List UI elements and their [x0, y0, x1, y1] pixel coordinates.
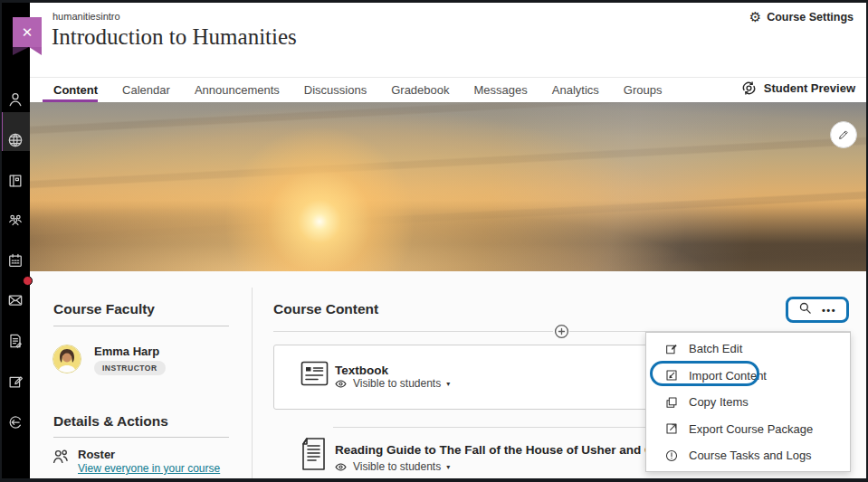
sidebar-item-grades[interactable] — [0, 323, 30, 359]
content-tools-highlight: ••• — [786, 297, 849, 323]
tasks-and-logs-icon — [664, 449, 679, 463]
content-item-title[interactable]: Reading Guide to The Fall of the House o… — [335, 443, 646, 457]
app-window: ✕ humanitiesintro Introduction to Humani… — [0, 0, 868, 482]
add-content-button[interactable] — [553, 323, 569, 339]
details-actions-heading: Details & Actions — [53, 413, 168, 430]
instructor-role-badge: INSTRUCTOR — [94, 361, 166, 375]
sidebar-item-profile[interactable] — [0, 81, 30, 118]
course-settings-label: Course Settings — [767, 11, 854, 24]
plus-circle-icon — [554, 324, 569, 339]
grades-icon — [6, 332, 24, 350]
unread-messages-badge — [23, 276, 33, 286]
search-button[interactable] — [798, 301, 812, 318]
tab-gradebook[interactable]: Gradebook — [391, 83, 449, 97]
eye-icon — [334, 462, 348, 472]
textbook-icon — [300, 361, 329, 387]
roster-link[interactable]: View everyone in your course — [78, 462, 220, 475]
globe-icon — [6, 131, 24, 149]
menu-item-batch-edit[interactable]: Batch Edit — [646, 336, 850, 363]
profile-icon — [6, 90, 24, 109]
avatar-image — [53, 345, 81, 373]
tab-content[interactable]: Content — [53, 83, 98, 97]
import-content-icon — [664, 368, 679, 383]
content-options-menu: Batch Edit Import Content Copy Items Exp… — [645, 332, 851, 472]
visibility-label: Visible to students — [353, 377, 441, 390]
menu-item-label: Copy Items — [689, 395, 749, 409]
sidebar-item-tools[interactable] — [0, 364, 30, 400]
menu-item-label: Course Tasks and Logs — [689, 449, 812, 462]
faculty-divider — [53, 326, 229, 326]
ribbon-tail — [29, 47, 42, 55]
visibility-dropdown[interactable]: Visible to students ▾ — [334, 377, 450, 390]
gear-icon: ⚙ — [749, 10, 761, 24]
menu-item-copy-items[interactable]: Copy Items — [646, 389, 850, 416]
window-border — [0, 0, 868, 3]
visibility-dropdown[interactable]: Visible to students ▾ — [334, 460, 450, 473]
tab-messages[interactable]: Messages — [474, 83, 528, 97]
menu-item-label: Batch Edit — [689, 342, 742, 355]
chevron-down-icon: ▾ — [446, 463, 450, 471]
sidebar-item-calendar[interactable] — [0, 242, 30, 279]
roster-people-icon — [51, 447, 71, 470]
menu-item-label: Import Content — [689, 369, 767, 383]
menu-item-import-content[interactable]: Import Content — [646, 363, 850, 390]
close-course-button[interactable]: ✕ — [13, 17, 42, 47]
course-banner-image — [30, 102, 868, 271]
column-divider — [252, 288, 253, 482]
envelope-icon — [6, 291, 24, 309]
course-tab-bar: Content Calendar Announcements Discussio… — [53, 78, 662, 102]
student-preview-button[interactable]: Student Preview — [740, 80, 855, 97]
student-preview-icon — [740, 80, 758, 97]
edit-banner-button[interactable] — [830, 121, 857, 148]
close-icon: ✕ — [22, 24, 33, 41]
tab-calendar[interactable]: Calendar — [122, 83, 170, 97]
pencil-icon — [837, 128, 850, 141]
edit-square-icon — [6, 373, 24, 391]
instructor-name[interactable]: Emma Harp — [94, 345, 159, 358]
sidebar-item-messages[interactable] — [0, 282, 30, 318]
page-title: Introduction to Humanities — [52, 24, 297, 50]
ribbon-fold — [13, 47, 29, 55]
course-id: humanitiesintro — [52, 11, 120, 22]
window-border — [0, 0, 2, 482]
more-options-button[interactable]: ••• — [822, 305, 836, 316]
batch-edit-icon — [664, 342, 679, 356]
student-preview-label: Student Preview — [764, 81, 855, 95]
avatar[interactable] — [52, 345, 81, 373]
sidebar-item-institution[interactable] — [0, 163, 30, 199]
sidebar-item-organizations[interactable] — [0, 202, 30, 238]
content-item-title[interactable]: Textbook — [335, 364, 388, 377]
chevron-down-icon: ▾ — [446, 380, 450, 388]
search-icon — [798, 301, 812, 315]
course-settings-button[interactable]: ⚙ Course Settings — [749, 10, 854, 24]
tab-announcements[interactable]: Announcements — [195, 83, 280, 97]
details-divider — [53, 437, 229, 438]
roster-label: Roster — [78, 448, 115, 461]
export-package-icon — [664, 421, 679, 436]
organizations-icon — [6, 211, 24, 229]
tab-groups[interactable]: Groups — [624, 83, 663, 97]
course-faculty-heading: Course Faculty — [53, 301, 155, 317]
institution-page-icon — [6, 172, 24, 190]
sidebar-item-courses[interactable] — [0, 122, 30, 158]
sidebar-item-signout[interactable] — [0, 404, 30, 440]
eye-icon — [334, 379, 348, 389]
course-content-heading: Course Content — [273, 301, 378, 317]
menu-item-course-tasks-and-logs[interactable]: Course Tasks and Logs — [646, 442, 850, 469]
reading-guide-icon — [300, 437, 326, 471]
window-border — [0, 478, 868, 482]
menu-item-export-course-package[interactable]: Export Course Package — [646, 416, 850, 443]
base-navigation-sidebar — [0, 0, 30, 482]
sign-out-icon — [6, 413, 24, 431]
copy-items-icon — [664, 395, 679, 410]
tab-discussions[interactable]: Discussions — [304, 83, 367, 97]
tab-analytics[interactable]: Analytics — [552, 83, 599, 97]
calendar-icon — [6, 251, 24, 269]
menu-item-label: Export Course Package — [689, 422, 813, 436]
visibility-label: Visible to students — [353, 460, 441, 473]
